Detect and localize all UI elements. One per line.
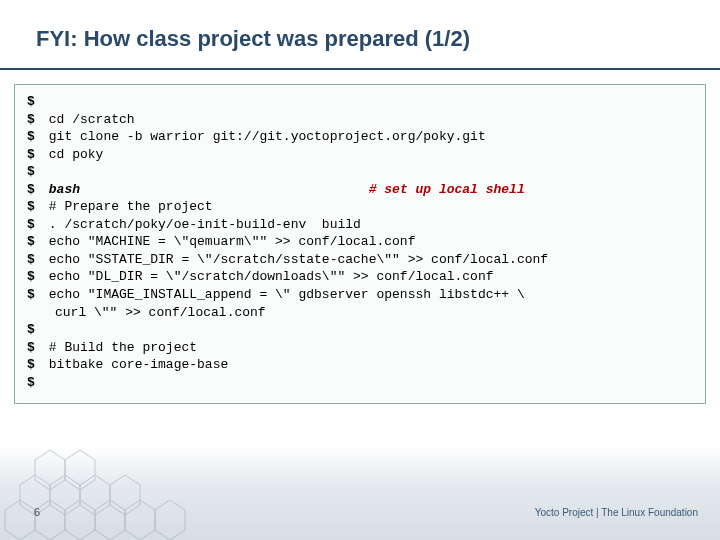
svg-marker-1 <box>50 475 80 515</box>
term-text: echo "IMAGE_INSTALL_append = \" gdbserve… <box>49 287 525 302</box>
term-line: $ # Prepare the project <box>27 198 693 216</box>
term-line: $ bash # set up local shell <box>27 181 693 199</box>
term-line: $ cd /scratch <box>27 111 693 129</box>
svg-marker-6 <box>65 500 95 540</box>
svg-marker-10 <box>35 450 65 490</box>
svg-marker-4 <box>5 500 35 540</box>
term-text: # Build the project <box>49 340 197 355</box>
term-text: # Prepare the project <box>49 199 213 214</box>
term-line: $ <box>27 93 693 111</box>
term-line: $ <box>27 374 693 392</box>
title-divider <box>0 68 720 70</box>
term-text: cd poky <box>49 147 104 162</box>
svg-marker-8 <box>125 500 155 540</box>
term-text: cd /scratch <box>49 112 135 127</box>
svg-marker-2 <box>80 475 110 515</box>
term-text: echo "MACHINE = \"qemuarm\"" >> conf/loc… <box>49 234 416 249</box>
term-line: $ # Build the project <box>27 339 693 357</box>
term-line: $ echo "MACHINE = \"qemuarm\"" >> conf/l… <box>27 233 693 251</box>
hexagon-pattern-icon <box>0 430 260 540</box>
term-line: $ git clone -b warrior git://git.yoctopr… <box>27 128 693 146</box>
term-line: $ <box>27 163 693 181</box>
term-text: git clone -b warrior git://git.yoctoproj… <box>49 129 486 144</box>
term-text: echo "SSTATE_DIR = \"/scratch/sstate-cac… <box>49 252 548 267</box>
terminal-block: $ $ cd /scratch $ git clone -b warrior g… <box>14 84 706 404</box>
svg-marker-7 <box>95 500 125 540</box>
term-line: $ echo "SSTATE_DIR = \"/scratch/sstate-c… <box>27 251 693 269</box>
term-comment: # set up local shell <box>369 182 525 197</box>
footer-text: Yocto Project | The Linux Foundation <box>535 507 698 518</box>
term-text: curl \"" >> conf/local.conf <box>55 305 266 320</box>
svg-marker-9 <box>155 500 185 540</box>
term-line-continuation: curl \"" >> conf/local.conf <box>27 304 693 322</box>
term-text: bitbake core-image-base <box>49 357 228 372</box>
svg-marker-3 <box>110 475 140 515</box>
term-line: $ echo "IMAGE_INSTALL_append = \" gdbser… <box>27 286 693 304</box>
term-line: $ bitbake core-image-base <box>27 356 693 374</box>
term-line: $ <box>27 321 693 339</box>
term-line: $ . /scratch/poky/oe-init-build-env buil… <box>27 216 693 234</box>
term-line: $ cd poky <box>27 146 693 164</box>
term-bash: bash <box>49 182 80 197</box>
svg-marker-11 <box>65 450 95 490</box>
term-line: $ echo "DL_DIR = \"/scratch/downloads\""… <box>27 268 693 286</box>
term-text: . /scratch/poky/oe-init-build-env build <box>49 217 361 232</box>
page-title: FYI: How class project was prepared (1/2… <box>0 0 720 68</box>
page-number: 6 <box>34 506 40 518</box>
term-text: echo "DL_DIR = \"/scratch/downloads\"" >… <box>49 269 494 284</box>
